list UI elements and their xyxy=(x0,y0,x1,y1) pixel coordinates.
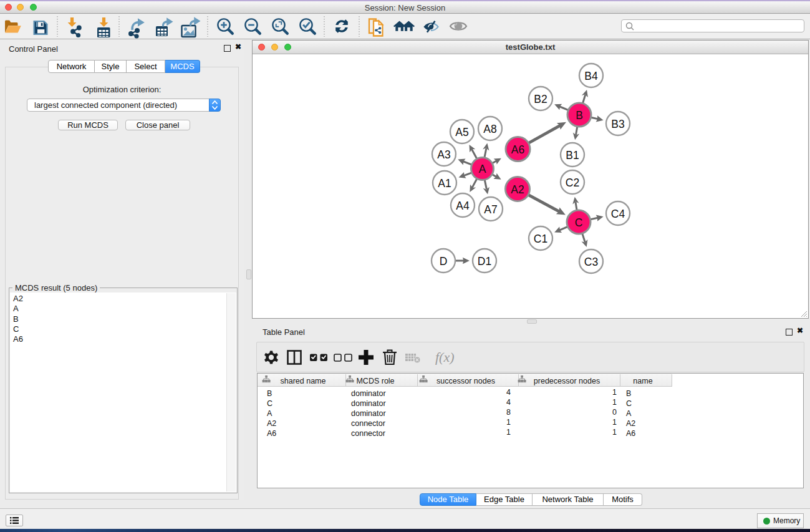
svg-text:A3: A3 xyxy=(437,148,450,161)
svg-text:A4: A4 xyxy=(456,200,470,212)
svg-text:C: C xyxy=(626,399,632,408)
svg-text:A8: A8 xyxy=(483,123,496,135)
svg-text:successor nodes: successor nodes xyxy=(436,377,495,385)
svg-text:A: A xyxy=(479,163,486,175)
svg-text:B3: B3 xyxy=(611,118,624,130)
svg-text:B2: B2 xyxy=(534,93,547,105)
svg-text:1: 1 xyxy=(612,388,617,397)
svg-text:A6: A6 xyxy=(511,143,524,156)
svg-text:predecessor nodes: predecessor nodes xyxy=(534,377,600,385)
svg-text:shared name: shared name xyxy=(281,377,326,385)
svg-text:dominator: dominator xyxy=(351,389,386,398)
svg-text:B: B xyxy=(576,109,583,122)
svg-text:A6: A6 xyxy=(626,429,635,438)
svg-text:B1: B1 xyxy=(566,149,579,162)
svg-text:name: name xyxy=(633,377,652,385)
svg-text:connector: connector xyxy=(351,419,385,428)
svg-text:C2: C2 xyxy=(566,177,579,189)
svg-text:A: A xyxy=(267,409,272,418)
svg-text:C1: C1 xyxy=(534,233,547,245)
svg-text:1: 1 xyxy=(612,418,617,427)
svg-text:f(x): f(x) xyxy=(435,349,455,365)
svg-text:A: A xyxy=(626,409,632,418)
svg-text:connector: connector xyxy=(351,429,385,438)
svg-text:A1: A1 xyxy=(438,177,451,190)
svg-text:A2: A2 xyxy=(267,419,276,428)
svg-text:A6: A6 xyxy=(267,429,276,438)
svg-text:D1: D1 xyxy=(478,255,491,268)
svg-text:1: 1 xyxy=(506,418,511,427)
svg-text:dominator: dominator xyxy=(351,409,386,418)
svg-text:C: C xyxy=(267,399,272,408)
svg-text:A2: A2 xyxy=(626,419,635,428)
svg-text:C3: C3 xyxy=(584,256,598,268)
svg-text:A7: A7 xyxy=(484,203,497,216)
svg-text:MCDS role: MCDS role xyxy=(356,377,394,385)
svg-text:B: B xyxy=(267,389,272,398)
svg-text:1: 1 xyxy=(506,428,511,437)
svg-text:0: 0 xyxy=(612,408,617,417)
svg-text:C4: C4 xyxy=(611,208,625,220)
svg-text:8: 8 xyxy=(506,408,511,417)
svg-text:B4: B4 xyxy=(584,70,598,82)
svg-text:B: B xyxy=(626,389,631,398)
svg-text:C: C xyxy=(575,216,583,229)
svg-text:A5: A5 xyxy=(455,126,468,138)
svg-text:D: D xyxy=(440,255,448,268)
svg-text:4: 4 xyxy=(506,388,511,397)
svg-text:dominator: dominator xyxy=(351,399,386,408)
svg-text:4: 4 xyxy=(506,398,511,407)
svg-text:A2: A2 xyxy=(511,183,524,196)
svg-text:1: 1 xyxy=(612,398,617,407)
svg-text:1: 1 xyxy=(612,428,617,437)
